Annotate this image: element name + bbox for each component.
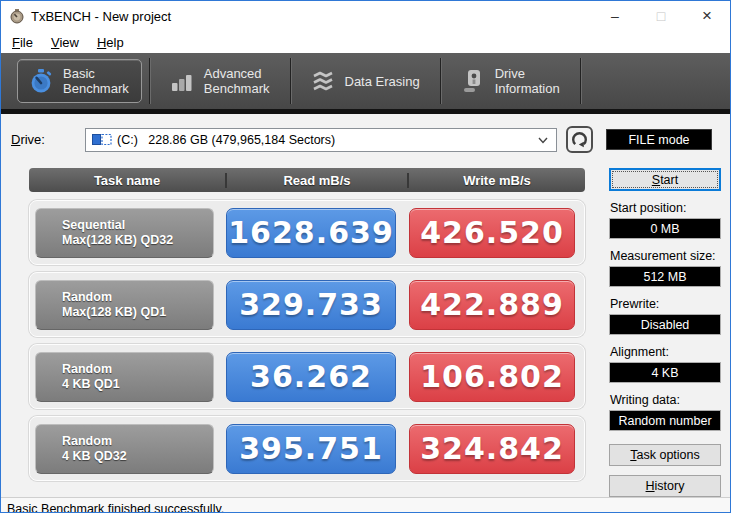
status-bar: Basic Benchmark finished successfully. [1, 497, 730, 513]
header-task-name: Task name [29, 173, 225, 188]
refresh-icon [571, 131, 588, 148]
hard-drive-icon [460, 68, 486, 94]
alignment-value[interactable]: 4 KB [609, 362, 721, 383]
read-value: 395.751 [226, 424, 396, 474]
drive-row: Drive: (C:) 228.86 GB (479,965,184 Secto… [1, 114, 730, 159]
write-value: 324.842 [409, 424, 575, 474]
read-value: 329.733 [226, 280, 396, 330]
task-button-random-qd1[interactable]: Random Max(128 KB) QD1 [35, 280, 214, 330]
start-button[interactable]: Start [609, 168, 721, 191]
main-area: Task name Read mB/s Write mB/s Sequentia… [1, 159, 730, 497]
header-read: Read mB/s [225, 173, 407, 188]
disk-partition-icon [92, 133, 112, 146]
drive-selected-value: (C:) 228.86 GB (479,965,184 Sectors) [117, 133, 534, 147]
table-row: Random Max(128 KB) QD1 329.733 422.889 [29, 272, 585, 337]
app-icon [9, 8, 25, 24]
chevron-down-icon [534, 131, 552, 149]
read-value: 36.262 [226, 352, 396, 402]
menu-bar: File View Help [1, 31, 730, 53]
erase-waves-icon [310, 68, 336, 94]
toolbar-separator [149, 58, 151, 104]
task-button-random-4k-qd1[interactable]: Random 4 KB QD1 [35, 352, 214, 402]
table-row: Random 4 KB QD1 36.262 106.802 [29, 344, 585, 409]
toolbar: Basic Benchmark Advanced Benchmark [1, 53, 730, 114]
write-value: 422.889 [409, 280, 575, 330]
minimize-button[interactable]: – [592, 1, 638, 31]
tab-data-erasing[interactable]: Data Erasing [299, 61, 433, 101]
write-value: 426.520 [409, 208, 575, 258]
file-mode-indicator: FILE mode [606, 129, 712, 150]
tab-drive-information[interactable]: Drive Information [449, 59, 573, 103]
drive-label: Drive: [11, 132, 85, 147]
window-title: TxBENCH - New project [31, 9, 171, 24]
start-position-label: Start position: [610, 201, 721, 215]
write-value: 106.802 [409, 352, 575, 402]
toolbar-separator [440, 58, 442, 104]
stopwatch-icon [28, 68, 54, 94]
toolbar-separator [580, 58, 582, 104]
content-area: Drive: (C:) 228.86 GB (479,965,184 Secto… [1, 114, 730, 497]
task-options-button[interactable]: Task options [609, 444, 721, 466]
table-header: Task name Read mB/s Write mB/s [29, 168, 585, 192]
title-bar: TxBENCH - New project – □ × [1, 1, 730, 31]
settings-panel: Start Start position: 0 MB Measurement s… [609, 168, 721, 497]
tab-data-erasing-label: Data Erasing [345, 74, 420, 89]
writing-data-label: Writing data: [610, 393, 721, 407]
benchmark-table: Task name Read mB/s Write mB/s Sequentia… [29, 168, 585, 497]
task-button-random-4k-qd32[interactable]: Random 4 KB QD32 [35, 424, 214, 474]
bar-chart-icon [169, 68, 195, 94]
measurement-size-label: Measurement size: [610, 249, 721, 263]
measurement-size-value[interactable]: 512 MB [609, 266, 721, 287]
toolbar-separator [290, 58, 292, 104]
table-row: Sequential Max(128 KB) QD32 1628.639 426… [29, 200, 585, 265]
drive-select[interactable]: (C:) 228.86 GB (479,965,184 Sectors) [85, 128, 557, 152]
close-button[interactable]: × [684, 1, 730, 31]
tab-drive-information-label: Drive Information [495, 66, 560, 96]
maximize-button[interactable]: □ [638, 1, 684, 31]
menu-file[interactable]: File [3, 33, 42, 52]
task-button-sequential-qd32[interactable]: Sequential Max(128 KB) QD32 [35, 208, 214, 258]
refresh-drives-button[interactable] [566, 126, 593, 153]
writing-data-value[interactable]: Random number [609, 410, 721, 431]
menu-help[interactable]: Help [88, 33, 133, 52]
app-window: TxBENCH - New project – □ × File View He… [0, 0, 731, 513]
tab-basic-benchmark-label: Basic Benchmark [63, 66, 129, 96]
alignment-label: Alignment: [610, 345, 721, 359]
menu-view[interactable]: View [42, 33, 88, 52]
read-value: 1628.639 [226, 208, 396, 258]
status-message: Basic Benchmark finished successfully. [7, 502, 224, 513]
tab-basic-benchmark[interactable]: Basic Benchmark [17, 59, 142, 103]
header-write: Write mB/s [407, 173, 585, 188]
tab-advanced-benchmark[interactable]: Advanced Benchmark [158, 59, 283, 103]
history-button[interactable]: History [609, 475, 721, 497]
tab-advanced-benchmark-label: Advanced Benchmark [204, 66, 270, 96]
start-position-value[interactable]: 0 MB [609, 218, 721, 239]
table-rows: Sequential Max(128 KB) QD32 1628.639 426… [29, 200, 585, 481]
prewrite-label: Prewrite: [610, 297, 721, 311]
prewrite-value[interactable]: Disabled [609, 314, 721, 335]
table-row: Random 4 KB QD32 395.751 324.842 [29, 416, 585, 481]
